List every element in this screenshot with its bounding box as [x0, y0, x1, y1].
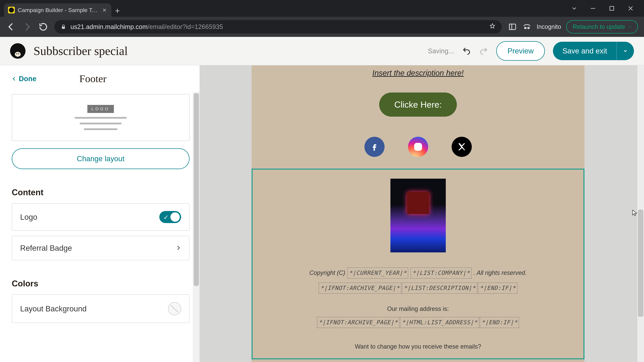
email-body[interactable]: Insert the description here! Clicke Here… — [252, 65, 584, 362]
svg-rect-3 — [62, 27, 65, 29]
svg-point-12 — [15, 52, 21, 57]
saving-status: Saving... — [428, 47, 454, 55]
footer-logo-image[interactable] — [390, 179, 446, 252]
window-close-icon[interactable] — [627, 5, 634, 12]
redo-button[interactable] — [479, 46, 488, 55]
new-tab-button[interactable]: + — [111, 5, 124, 17]
email-footer-block[interactable]: Copyright (C) *|CURRENT_YEAR|* *|LIST:CO… — [252, 169, 584, 359]
svg-point-10 — [630, 26, 631, 27]
preview-button[interactable]: Preview — [496, 41, 545, 61]
instagram-icon[interactable] — [408, 137, 428, 157]
svg-point-17 — [420, 144, 420, 145]
copyright-prefix: Copyright (C) — [310, 269, 345, 276]
svg-point-9 — [630, 26, 630, 27]
editor-sidebar: Done Footer LOGO Change layout Content L… — [0, 65, 200, 362]
svg-point-0 — [9, 7, 14, 12]
extensions-icon[interactable] — [508, 22, 517, 31]
incognito-label: Incognito — [537, 23, 561, 30]
tab-title: Campaign Builder - Sample Tem — [18, 7, 98, 13]
logo-toggle-row[interactable]: Logo ✓ — [12, 203, 190, 231]
panel-title: Footer — [79, 73, 106, 85]
mouse-cursor-icon — [632, 210, 638, 216]
referral-row-label: Referral Badge — [20, 244, 72, 253]
referral-badge-row[interactable]: Referral Badge — [12, 236, 190, 260]
change-emails-question: Want to change how you receive these ema… — [263, 341, 574, 352]
logo-toggle[interactable]: ✓ — [159, 211, 181, 223]
svg-point-16 — [416, 145, 420, 149]
svg-rect-5 — [509, 24, 512, 30]
none-color-swatch-icon[interactable] — [168, 302, 181, 315]
chevron-right-icon — [176, 244, 181, 253]
merge-tag-endif-1[interactable]: *|END:IF|* — [478, 283, 518, 294]
rights-reserved: . All rights reserved. — [474, 269, 527, 276]
canvas-scrollbar[interactable] — [637, 65, 644, 362]
merge-tag-ifnot-1[interactable]: *|IFNOT:ARCHIVE_PAGE|* — [319, 283, 401, 294]
url-path: /email/editor?id=12665935 — [148, 23, 223, 30]
campaign-title[interactable]: Subbscriber special — [34, 44, 128, 58]
svg-rect-4 — [509, 24, 516, 30]
layout-logo-chip: LOGO — [88, 105, 114, 113]
bookmark-star-icon[interactable] — [489, 23, 496, 31]
relaunch-to-update-button[interactable]: Relaunch to update — [566, 20, 638, 33]
app-header: Subbscriber special Saving... Preview Sa… — [0, 37, 644, 65]
email-description[interactable]: Insert the description here! — [252, 65, 584, 77]
layout-bg-label: Layout Background — [20, 304, 86, 313]
merge-tag-endif-2[interactable]: *|END:IF|* — [480, 317, 519, 328]
relaunch-label: Relaunch to update — [573, 23, 625, 30]
undo-button[interactable] — [462, 46, 471, 55]
colors-section-title: Colors — [12, 279, 190, 289]
email-cta-button[interactable]: Clicke Here: — [379, 92, 457, 117]
svg-rect-2 — [610, 6, 614, 10]
done-label: Done — [19, 75, 36, 83]
tab-search-icon[interactable] — [571, 5, 578, 12]
svg-point-7 — [527, 27, 530, 29]
address-bar[interactable]: us21.admin.mailchimp.com/email/editor?id… — [54, 20, 502, 33]
layout-background-row[interactable]: Layout Background — [12, 295, 190, 323]
svg-point-8 — [628, 26, 629, 27]
browser-tab[interactable]: Campaign Builder - Sample Tem × — [4, 3, 111, 17]
mailchimp-favicon-icon — [8, 7, 15, 13]
mailing-address-label: Our mailing address is: — [263, 304, 574, 314]
email-canvas: Insert the description here! Clicke Here… — [200, 65, 644, 362]
incognito-icon — [522, 22, 532, 31]
facebook-icon[interactable] — [364, 137, 384, 157]
merge-tag-company[interactable]: *|LIST:COMPANY|* — [410, 268, 472, 279]
svg-point-6 — [524, 27, 526, 29]
save-and-exit-button[interactable]: Save and exit — [553, 42, 616, 60]
svg-point-13 — [16, 53, 17, 54]
window-minimize-icon[interactable] — [590, 5, 596, 12]
merge-tag-ifnot-2[interactable]: *|IFNOT:ARCHIVE_PAGE|* — [317, 317, 400, 328]
svg-point-14 — [18, 53, 19, 54]
logo-row-label: Logo — [20, 213, 37, 222]
change-layout-button[interactable]: Change layout — [12, 148, 190, 169]
window-maximize-icon[interactable] — [608, 5, 615, 12]
merge-tag-current-year[interactable]: *|CURRENT_YEAR|* — [347, 268, 408, 279]
layout-preview: LOGO — [12, 94, 190, 141]
social-icons-row — [252, 137, 584, 157]
reload-button[interactable] — [38, 22, 48, 32]
x-twitter-icon[interactable] — [452, 137, 472, 157]
sidebar-scrollbar[interactable] — [193, 92, 200, 362]
browser-toolbar: us21.admin.mailchimp.com/email/editor?id… — [0, 17, 644, 37]
done-button[interactable]: Done — [12, 75, 36, 83]
svg-rect-1 — [591, 8, 595, 8]
back-button[interactable] — [6, 22, 16, 32]
merge-tag-list-description[interactable]: *|LIST:DESCRIPTION|* — [402, 283, 477, 294]
browser-tab-strip: Campaign Builder - Sample Tem × + — [0, 0, 644, 17]
url-host: us21.admin.mailchimp.com — [70, 23, 148, 30]
mailchimp-logo-icon[interactable] — [10, 43, 26, 59]
merge-tag-list-address[interactable]: *|HTML:LIST_ADDRESS|* — [400, 317, 479, 328]
save-exit-dropdown-button[interactable] — [616, 42, 634, 60]
content-section-title: Content — [12, 188, 190, 197]
close-icon[interactable]: × — [102, 7, 107, 13]
forward-button[interactable] — [22, 22, 32, 32]
lock-icon — [60, 24, 66, 30]
